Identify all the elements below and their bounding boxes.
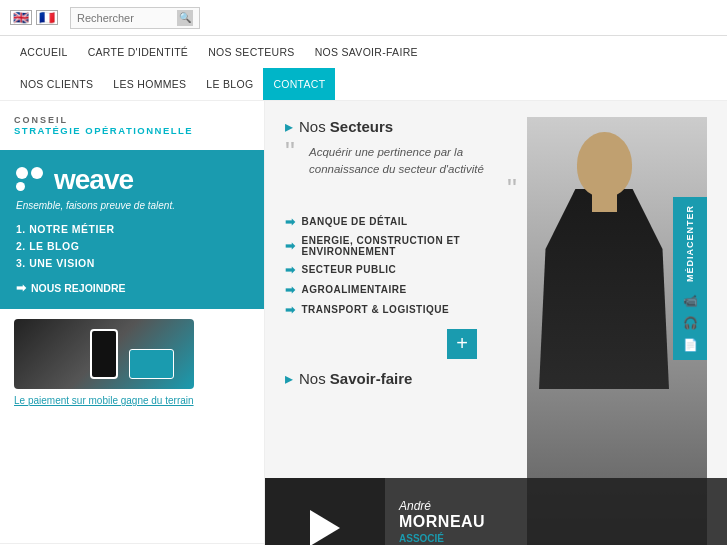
play-triangle-icon [310,510,340,545]
top-bar: 🇬🇧 🇫🇷 🔍 [0,0,727,36]
nav-blog[interactable]: LE BLOG [196,68,263,100]
video-play-button[interactable] [265,478,385,545]
nav-carte[interactable]: CARTE D'IDENTITÉ [78,36,199,68]
quote-text: Acquérir une pertinence par la connaissa… [295,144,517,179]
flag-en[interactable]: 🇬🇧 [10,10,32,25]
nav-hommes[interactable]: LES HOMMES [103,68,196,100]
rejoindre-arrow-icon: ➡ [16,281,26,295]
nav-clients[interactable]: NOS CLIENTS [10,68,103,100]
strategie-label: STRATÉGIE OPÉRATIONNELLE [14,125,250,136]
rejoindre-label: NOUS REJOINDRE [31,282,126,294]
sidebar-top: CONSEIL STRATÉGIE OPÉRATIONNELLE [0,101,264,142]
savoir-faire-bullet-icon: ▸ [285,369,293,388]
weave-menu-item-2[interactable]: 2. LE BLOG [16,240,248,252]
nav-contact[interactable]: CONTACT [263,68,335,100]
main-layout: CONSEIL STRATÉGIE OPÉRATIONNELLE weave E… [0,101,727,545]
sector-list: ➡ BANQUE DE DÉTAIL ➡ ENERGIE, CONSTRUCTI… [285,215,517,317]
sidebar-bottom: Le paiement sur mobile gagne du terrain [0,309,264,416]
quote-block: " Acquérir une pertinence par la connais… [295,144,517,203]
circle-1 [16,167,28,179]
weave-logo-row: weave [16,164,248,196]
mediacenter-tab[interactable]: Médiacenter 📹 🎧 📄 [673,197,707,360]
sector-arrow-icon-3: ➡ [285,263,296,277]
secteurs-section-title: ▸ Nos Secteurs [285,117,517,136]
card-shape [129,349,174,379]
weave-tagline: Ensemble, faisons preuve de talent. [16,200,248,211]
search-input[interactable] [77,12,177,24]
secteurs-title-text: Nos Secteurs [299,118,393,135]
weave-box: weave Ensemble, faisons preuve de talent… [0,150,264,309]
person-head [577,132,632,197]
video-role: ASSOCIÉ [399,533,713,544]
sector-item-3[interactable]: ➡ SECTEUR PUBLIC [285,263,517,277]
sector-item-4[interactable]: ➡ AGROALIMENTAIRE [285,283,517,297]
conseil-label: CONSEIL [14,115,250,125]
savoir-faire-section-title: ▸ Nos Savoir-faire [285,369,517,388]
nav-row-1: ACCUEIL CARTE D'IDENTITÉ NOS SECTEURS NO… [10,36,717,68]
search-button[interactable]: 🔍 [177,10,193,26]
video-camera-icon[interactable]: 📹 [683,294,698,308]
video-box: André MORNEAU ASSOCIÉ Consultez ma vidéo [265,478,727,545]
mediacenter-label: Médiacenter [685,205,695,282]
sector-arrow-icon-4: ➡ [285,283,296,297]
secteurs-bullet-icon: ▸ [285,117,293,136]
weave-menu-item-3[interactable]: 3. UNE VISION [16,257,248,269]
weave-name: weave [54,164,133,196]
quote-open-icon: " [285,138,295,166]
phone-image [14,319,194,389]
weave-menu: 1. NOTRE MÉTIER 2. LE BLOG 3. UNE VISION [16,223,248,269]
person-body [539,189,669,389]
document-icon[interactable]: 📄 [683,338,698,352]
person-neck [592,192,617,212]
video-info: André MORNEAU ASSOCIÉ Consultez ma vidéo [385,478,727,545]
sector-arrow-icon-1: ➡ [285,215,296,229]
nav-accueil[interactable]: ACCUEIL [10,36,78,68]
circle-3 [16,182,25,191]
nav-row-2: NOS CLIENTS LES HOMMES LE BLOG CONTACT [10,68,717,100]
weave-rejoindre-link[interactable]: ➡ NOUS REJOINDRE [16,281,248,295]
nav-savoir-faire[interactable]: NOS SAVOIR-FAIRE [305,36,428,68]
sector-item-2[interactable]: ➡ ENERGIE, CONSTRUCTION ET ENVIRONNEMENT [285,235,517,257]
sector-item-5[interactable]: ➡ TRANSPORT & LOGISTIQUE [285,303,517,317]
weave-circles [16,167,46,194]
sector-item-1[interactable]: ➡ BANQUE DE DÉTAIL [285,215,517,229]
sector-arrow-icon-2: ➡ [285,239,296,253]
nav-secteurs[interactable]: NOS SECTEURS [198,36,304,68]
quote-close-icon: " [295,175,517,203]
video-firstname: André [399,499,713,513]
plus-button[interactable]: + [447,329,477,359]
phone-shape [90,329,118,379]
circle-2 [31,167,43,179]
sidebar-caption[interactable]: Le paiement sur mobile gagne du terrain [14,395,250,406]
weave-menu-item-1[interactable]: 1. NOTRE MÉTIER [16,223,248,235]
sector-arrow-icon-5: ➡ [285,303,296,317]
video-lastname: MORNEAU [399,513,713,531]
flag-fr[interactable]: 🇫🇷 [36,10,58,25]
search-container: 🔍 [70,7,200,29]
main-content: ▸ Nos Secteurs " Acquérir une pertinence… [265,101,727,545]
nav-bar: ACCUEIL CARTE D'IDENTITÉ NOS SECTEURS NO… [0,36,727,101]
sidebar: CONSEIL STRATÉGIE OPÉRATIONNELLE weave E… [0,101,265,545]
headphones-icon[interactable]: 🎧 [683,316,698,330]
savoir-faire-title-text: Nos Savoir-faire [299,370,412,387]
